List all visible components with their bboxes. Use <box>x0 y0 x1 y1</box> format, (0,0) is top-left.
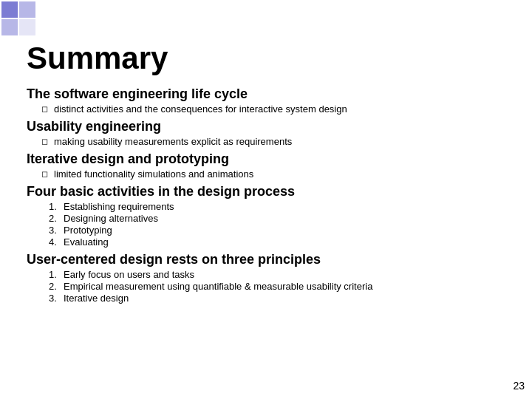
list-item: 1. Early focus on users and tasks <box>49 269 505 280</box>
bullet-icon: ◻ <box>41 137 48 146</box>
section-4: Four basic activities in the design proc… <box>27 184 505 248</box>
list-item: 3. Prototyping <box>49 225 505 236</box>
page-number: 23 <box>513 380 525 392</box>
section-1: The software engineering life cycle ◻ di… <box>27 86 505 115</box>
list-item: 4. Evaluating <box>49 236 505 248</box>
section-2-heading: Usability engineering <box>27 119 505 134</box>
section-5: User-centered design rests on three prin… <box>27 252 505 304</box>
section-3-bullet-1: ◻ limited functionality simulations and … <box>41 168 505 180</box>
list-item: 2. Empirical measurement using quantifia… <box>49 281 505 292</box>
list-item: 2. Designing alternatives <box>49 213 505 224</box>
section-1-bullet-1: ◻ distinct activities and the consequenc… <box>41 103 505 115</box>
bullet-icon: ◻ <box>41 104 48 114</box>
list-item: 1. Establishing requirements <box>49 201 505 212</box>
slide-title: Summary <box>27 41 505 76</box>
corner-decoration <box>0 0 44 44</box>
section-4-heading: Four basic activities in the design proc… <box>27 184 505 200</box>
section-2-bullet-1: ◻ making usability measurements explicit… <box>41 136 505 147</box>
section-3-heading: Iterative design and prototyping <box>27 151 505 167</box>
section-5-numbered-list: 1. Early focus on users and tasks 2. Emp… <box>49 269 505 304</box>
section-2: Usability engineering ◻ making usability… <box>27 119 505 147</box>
section-5-heading: User-centered design rests on three prin… <box>27 252 505 267</box>
section-1-heading: The software engineering life cycle <box>27 86 505 102</box>
list-item: 3. Iterative design <box>49 293 505 304</box>
slide-content: Summary The software engineering life cy… <box>27 41 505 372</box>
bullet-icon: ◻ <box>41 169 48 179</box>
section-4-numbered-list: 1. Establishing requirements 2. Designin… <box>49 201 505 248</box>
section-3: Iterative design and prototyping ◻ limit… <box>27 151 505 180</box>
